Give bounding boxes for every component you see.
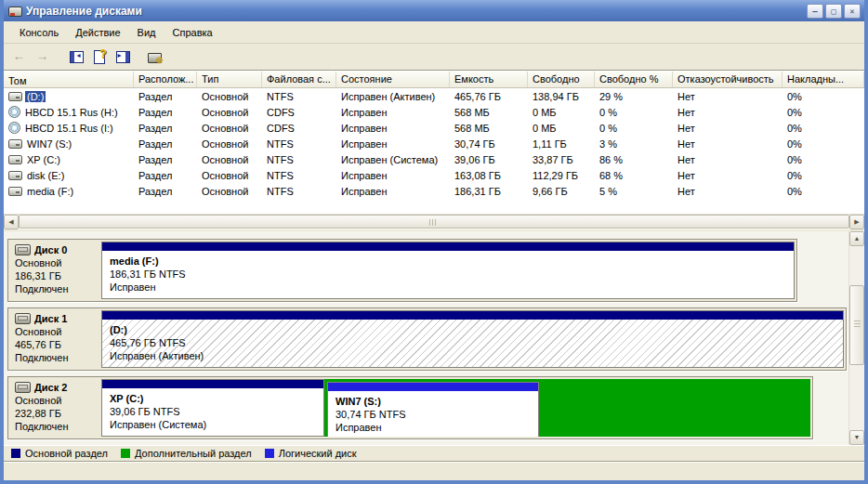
- disk-name: Диск 0: [34, 243, 67, 256]
- volume-cell: 1,11 ГБ: [528, 138, 595, 150]
- volume-cell: 0%: [783, 91, 864, 102]
- title-bar: Управление дисками – ▢ ✕: [4, 0, 864, 21]
- column-header-9[interactable]: Накладны...: [783, 72, 864, 87]
- scroll-right-button[interactable]: ▶: [849, 215, 864, 229]
- maximize-button[interactable]: ▢: [825, 4, 842, 19]
- volume-row[interactable]: HBCD 15.1 Rus (H:)РазделОсновнойCDFSИспр…: [4, 104, 864, 120]
- partition-status: Исправен (Активен): [110, 349, 843, 362]
- back-button[interactable]: [9, 46, 31, 67]
- volume-cell: 68 %: [595, 170, 673, 181]
- volume-row[interactable]: disk (E:)РазделОсновнойNTFSИсправен163,0…: [4, 167, 864, 183]
- partition-block[interactable]: (D:)465,76 ГБ NTFSИсправен (Активен): [101, 310, 844, 368]
- disk-icon: [15, 313, 31, 324]
- column-header-5[interactable]: Емкость: [450, 72, 528, 87]
- show-action-pane-button[interactable]: [112, 46, 133, 67]
- hard-drive-icon: [8, 139, 22, 149]
- show-console-tree-icon: [69, 49, 84, 64]
- menu-item-2[interactable]: Вид: [129, 24, 164, 41]
- volume-name: media (F:): [25, 186, 75, 197]
- menu-item-3[interactable]: Справка: [164, 24, 221, 41]
- volume-cell: 33,87 ГБ: [528, 154, 595, 165]
- volume-cell: 0%: [783, 123, 864, 134]
- menu-bar: КонсольДействиеВидСправка: [4, 21, 864, 44]
- partition-block[interactable]: media (F:)186,31 ГБ NTFSИсправен: [101, 242, 795, 299]
- horizontal-scroll-thumb[interactable]: [19, 215, 849, 229]
- menu-item-1[interactable]: Действие: [67, 24, 128, 41]
- close-button[interactable]: ✕: [844, 4, 861, 19]
- partition-type-bar: [102, 311, 843, 320]
- minimize-button[interactable]: –: [807, 4, 823, 19]
- column-header-3[interactable]: Файловая с...: [262, 72, 336, 87]
- volume-row[interactable]: (D:)РазделОсновнойNTFSИсправен (Активен)…: [4, 88, 864, 104]
- column-header-2[interactable]: Тип: [197, 72, 262, 87]
- disk-header[interactable]: Диск 0Основной186,31 ГБПодключен: [8, 240, 99, 301]
- column-header-6[interactable]: Свободно: [528, 72, 595, 87]
- volume-cell: Основной: [197, 91, 262, 102]
- disk-size: 232,88 ГБ: [15, 407, 98, 420]
- volume-cell: Нет: [673, 107, 783, 118]
- hard-drive-icon: [8, 92, 22, 101]
- volume-cell: 0%: [783, 154, 864, 165]
- scroll-left-button[interactable]: ◀: [4, 215, 19, 229]
- volume-row[interactable]: media (F:)РазделОсновнойNTFSИсправен186,…: [4, 183, 864, 199]
- volume-cell: NTFS: [262, 138, 336, 150]
- disk-header[interactable]: Диск 2Основной232,88 ГБПодключен: [8, 377, 99, 438]
- column-header-7[interactable]: Свободно %: [595, 72, 673, 87]
- volume-name-cell: media (F:): [4, 186, 134, 197]
- volume-cell: 3 %: [595, 138, 673, 150]
- partition-size: 465,76 ГБ NTFS: [110, 336, 843, 349]
- disk-title: Диск 2: [15, 381, 98, 394]
- extended-partition: WIN7 (S:)30,74 ГБ NTFSИсправенdisk (E:)1…: [324, 379, 810, 437]
- forward-button[interactable]: [33, 46, 54, 67]
- volume-row[interactable]: XP (C:)РазделОсновнойNTFSИсправен (Систе…: [4, 151, 864, 167]
- volume-row[interactable]: HBCD 15.1 Rus (I:)РазделОсновнойCDFSИспр…: [4, 120, 864, 136]
- vertical-scroll-thumb[interactable]: [849, 285, 864, 365]
- partition-size: 186,31 ГБ NTFS: [110, 268, 794, 281]
- legend-swatch: [121, 449, 130, 458]
- menu-item-0[interactable]: Консоль: [11, 24, 67, 41]
- scroll-up-button[interactable]: ▲: [849, 231, 864, 246]
- volume-name-cell: disk (E:): [4, 170, 134, 181]
- partition-type-bar: [102, 242, 794, 251]
- vertical-scrollbar: ▲ ▼: [848, 231, 864, 445]
- disk-kind: Основной: [15, 256, 98, 269]
- show-action-pane-icon: [115, 49, 130, 64]
- disk-status: Подключен: [15, 420, 98, 433]
- volume-cell: 0 МБ: [528, 107, 595, 118]
- volume-name-cell: (D:): [4, 91, 134, 102]
- forward-icon: [36, 49, 51, 64]
- volume-cell: Исправен: [336, 138, 450, 150]
- disk-size: 186,31 ГБ: [15, 269, 98, 282]
- volume-cell: Раздел: [134, 154, 197, 165]
- disk-header[interactable]: Диск 1Основной465,76 ГБПодключен: [8, 308, 99, 370]
- volume-cell: Исправен: [336, 123, 450, 134]
- disk-management-button[interactable]: [144, 46, 165, 67]
- volume-cell: Раздел: [134, 107, 197, 118]
- partition-label: media (F:): [110, 255, 794, 268]
- partition-block[interactable]: XP (C:)39,06 ГБ NTFSИсправен (Система): [101, 379, 324, 437]
- legend-swatch: [265, 449, 274, 458]
- scroll-down-button[interactable]: ▼: [849, 430, 864, 445]
- disk-title: Диск 0: [15, 243, 98, 256]
- volume-cell: Основной: [197, 170, 262, 181]
- column-header-1[interactable]: Располож...: [134, 72, 197, 87]
- volume-cell: NTFS: [262, 91, 336, 102]
- volume-cell: 86 %: [595, 154, 673, 165]
- volume-row[interactable]: WIN7 (S:)РазделОсновнойNTFSИсправен30,74…: [4, 136, 864, 151]
- volume-cell: Основной: [197, 186, 262, 197]
- column-header-0[interactable]: Том: [4, 72, 134, 87]
- hard-drive-icon: [8, 187, 22, 196]
- properties-button[interactable]: [88, 46, 110, 67]
- volume-cell: Нет: [673, 186, 783, 197]
- volume-cell: Нет: [673, 138, 783, 150]
- disk-management-window: Управление дисками – ▢ ✕ КонсольДействие…: [0, 0, 868, 484]
- disk-row: Диск 0Основной186,31 ГБПодключенmedia (F…: [7, 239, 797, 302]
- column-header-4[interactable]: Состояние: [336, 72, 450, 87]
- partition-block[interactable]: WIN7 (S:)30,74 ГБ NTFSИсправен: [327, 382, 539, 437]
- column-header-8[interactable]: Отказоустойчивость: [673, 72, 783, 87]
- show-console-tree-button[interactable]: [65, 46, 86, 67]
- volume-cell: 568 МБ: [450, 123, 528, 134]
- disk-icon: [15, 244, 31, 255]
- partition-label: (D:): [110, 323, 843, 336]
- volume-cell: 30,74 ГБ: [450, 138, 528, 150]
